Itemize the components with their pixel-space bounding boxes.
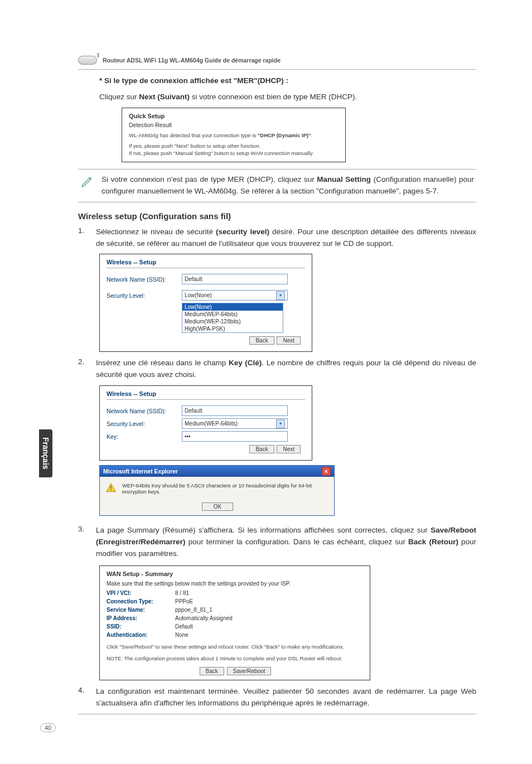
screenshot-quick-setup: Quick Setup Detection Result WL-AM604g h… [122, 108, 346, 162]
summary-table: VPI / VCI:8 / 81 Connection Type:PPPoE S… [107, 589, 237, 639]
ws1-seclevel-select[interactable]: Low(None) ▾ [182, 290, 288, 301]
table-row: IP Address:Automatically Assigned [107, 614, 237, 622]
ws1-dropdown-list[interactable]: Low(None) Medium(WEP-64bits) Medium(WEP-… [182, 303, 283, 333]
summary-intro: Make sure that the settings below match … [107, 581, 363, 587]
doc-header: Routeur ADSL WiFi 11g WL-AM604g Guide de… [78, 56, 476, 65]
ws1-opt-3[interactable]: High(WPA-PSK) [182, 325, 283, 332]
ws1-opt-2[interactable]: Medium(WEP-128bits) [182, 318, 283, 325]
step-2: 2. Insérez une clé réseau dans le champ … [78, 357, 476, 381]
ws2-next-button[interactable]: Next [277, 445, 301, 453]
close-icon[interactable]: × [322, 467, 331, 476]
ws2-back-button[interactable]: Back [249, 445, 274, 453]
ws2-key-label: Key: [107, 433, 182, 440]
section-heading-mer: * Si le type de connexion affichée est "… [99, 75, 476, 87]
table-row: Service Name:pppoe_8_81_1 [107, 606, 237, 614]
ie-dialog-titlebar: Microsoft Internet Explorer × [100, 466, 334, 477]
heading-wireless-setup: Wireless setup (Configuration sans fil) [78, 211, 476, 221]
ie-ok-button[interactable]: OK [202, 502, 233, 511]
qs-title: Quick Setup [129, 113, 338, 119]
summary-title: WAN Setup - Summary [107, 570, 363, 577]
step-4: 4. La configuration est maintenant termi… [78, 686, 476, 709]
screenshot-wireless-2: Wireless -- Setup Network Name (SSID): D… [99, 385, 312, 461]
summary-save-button[interactable]: Save/Reboot [227, 667, 272, 675]
ie-dialog-msg: WEP-64bits Key should be 5 ASCII charact… [122, 482, 328, 495]
chevron-down-icon[interactable]: ▾ [276, 291, 285, 300]
ws1-title: Wireless -- Setup [107, 259, 305, 265]
table-row: Authentication:None [107, 631, 237, 639]
summary-note2: NOTE: The configuration process takes ab… [107, 655, 363, 663]
step-2-text: Insérez une clé réseau dans le champ Key… [96, 357, 476, 381]
step-1-num: 1. [78, 226, 88, 250]
qs-line3: If not, please push "Manual Setting" but… [129, 149, 338, 157]
doc-header-text: Routeur ADSL WiFi 11g WL-AM604g Guide de… [103, 57, 280, 64]
note-callout: Si votre connexion n'est pas de type MER… [78, 169, 476, 202]
step-2-num: 2. [78, 357, 88, 381]
step-3-text: La page Summary (Résumé) s'affichera. Si… [96, 525, 476, 560]
ws1-ssid-label: Network Name (SSID): [107, 276, 182, 283]
ws1-next-button[interactable]: Next [277, 336, 301, 345]
qs-msg: WL-AM604g has detected that your connect… [129, 132, 338, 139]
divider [78, 69, 476, 70]
summary-note1: Click "Save/Reboot" to save these settin… [107, 644, 363, 651]
ws2-seclevel-select[interactable]: Medium(WEP-64bits) ▾ [182, 418, 288, 429]
ws1-seclevel-label: Security Level: [107, 292, 182, 299]
svg-text:!: ! [110, 485, 112, 491]
qs-subtitle: Detection Result [129, 122, 338, 128]
note-icon [80, 174, 95, 188]
step-3: 3. La page Summary (Résumé) s'affichera.… [78, 525, 476, 560]
summary-back-button[interactable]: Back [200, 667, 224, 675]
screenshot-summary: WAN Setup - Summary Make sure that the s… [99, 565, 370, 680]
step-4-text: La configuration est maintenant terminée… [96, 686, 476, 709]
warning-icon: ! [105, 482, 117, 494]
ws2-ssid-label: Network Name (SSID): [107, 408, 182, 414]
ws2-key-input[interactable]: ••• [182, 431, 288, 442]
table-row: SSID:Default [107, 622, 237, 631]
ie-dialog-title: Microsoft Internet Explorer [103, 468, 178, 475]
step-4-num: 4. [78, 686, 88, 709]
step-3-num: 3. [78, 525, 88, 560]
qs-line2: If yes, please push "Next" button to set… [129, 142, 338, 149]
ws1-ssid-input[interactable]: Default [182, 274, 288, 284]
ws1-opt-1[interactable]: Medium(WEP-64bits) [182, 311, 283, 318]
ie-dialog: Microsoft Internet Explorer × ! WEP-64bi… [99, 465, 335, 516]
ws2-seclevel-label: Security Level: [107, 420, 182, 427]
step-1: 1. Sélectionnez le niveau de sécurité (s… [78, 226, 476, 250]
section-text-mer: Cliquez sur Next (Suivant) si votre conn… [99, 91, 476, 103]
router-icon [78, 56, 97, 65]
step-1-text: Sélectionnez le niveau de sécurité (secu… [96, 226, 476, 250]
note-text: Si votre connexion n'est pas de type MER… [101, 174, 474, 197]
ws1-opt-0[interactable]: Low(None) [182, 303, 283, 311]
footer-divider [78, 714, 476, 714]
language-tab: Français [39, 429, 52, 477]
screenshot-wireless-1: Wireless -- Setup Network Name (SSID): D… [99, 254, 312, 352]
table-row: Connection Type:PPPoE [107, 597, 237, 606]
ws2-title: Wireless -- Setup [107, 390, 305, 397]
ws1-back-button[interactable]: Back [249, 336, 274, 345]
ws2-ssid-input[interactable]: Default [182, 405, 288, 416]
chevron-down-icon[interactable]: ▾ [276, 419, 285, 428]
page-number: 40 [40, 723, 56, 732]
table-row: VPI / VCI:8 / 81 [107, 589, 237, 597]
